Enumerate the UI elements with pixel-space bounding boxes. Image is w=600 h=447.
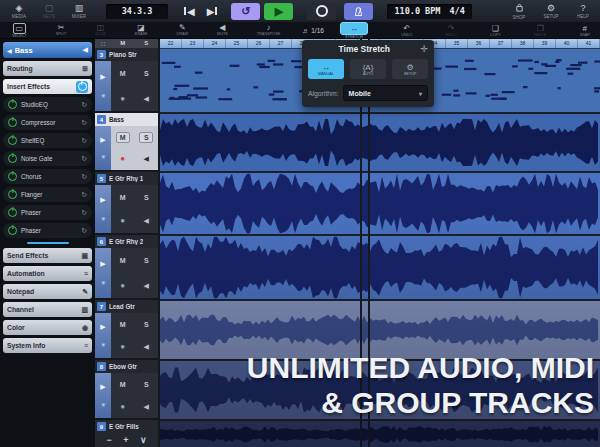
mute-button[interactable]: M xyxy=(116,132,130,143)
effect-settings-icon[interactable]: ↻ xyxy=(81,155,87,163)
mute-button[interactable]: M xyxy=(120,194,126,201)
media-icon[interactable]: ◈ MEDIA xyxy=(8,4,30,19)
global-mute-label[interactable]: M xyxy=(111,40,135,46)
solo-button[interactable]: S xyxy=(144,194,149,201)
quantize-value[interactable]: ♬ 1/16 xyxy=(302,27,324,34)
insert-effect-slot[interactable]: Chorus ↻ xyxy=(3,169,92,184)
effect-settings-icon[interactable]: ↻ xyxy=(81,209,87,217)
erase-tool[interactable]: ◪ ERASE xyxy=(135,23,148,38)
glue-tool[interactable]: ◫ GLUE xyxy=(95,23,105,38)
sidebar-panel-button[interactable]: Color ◉ xyxy=(3,320,92,335)
selected-track-header[interactable]: ◀ Bass ◀ xyxy=(3,42,92,58)
setup-button[interactable]: ⚙ SETUP xyxy=(540,4,562,19)
power-icon[interactable] xyxy=(8,190,17,199)
monitor-button[interactable]: ◀ xyxy=(144,217,149,225)
monitor-button[interactable]: ◀ xyxy=(144,282,149,290)
track-row[interactable]: 6 E Gtr Rhy 2 ▶ ✳ M S ● ◀ xyxy=(95,235,158,300)
effect-settings-icon[interactable]: ↻ xyxy=(81,191,87,199)
track-row[interactable]: 7 Lead Gtr ▶ ✳ M S ● ◀ xyxy=(95,300,158,360)
track-select-strip[interactable]: ▶ ✳ xyxy=(95,373,111,418)
monitor-button[interactable]: ◀ xyxy=(144,403,149,411)
record-arm-button[interactable]: ● xyxy=(120,403,125,411)
record-arm-button[interactable]: ● xyxy=(120,343,125,351)
track-row[interactable]: 5 E Gtr Rhy 1 ▶ ✳ M S ● ◀ xyxy=(95,172,158,235)
track-row[interactable]: 9 E Gtr Fills −+∨ xyxy=(95,420,158,447)
track-name-bar[interactable]: 7 Lead Gtr xyxy=(95,300,158,313)
power-icon[interactable] xyxy=(8,154,17,163)
insert-effects-button[interactable]: Insert Effects xyxy=(3,79,92,94)
track-row[interactable]: 4 Bass ▶ ✳ M S ● ◀ xyxy=(95,113,158,172)
mute-button[interactable]: M xyxy=(120,70,126,77)
power-icon[interactable] xyxy=(8,208,17,217)
mute-button[interactable]: M xyxy=(120,321,126,328)
effect-settings-icon[interactable]: ↻ xyxy=(81,137,87,145)
insert-effect-slot[interactable]: Compressor ↻ xyxy=(3,115,92,130)
metronome-button[interactable] xyxy=(344,3,373,20)
sidebar-panel-button[interactable]: System Info ≡ xyxy=(3,338,92,353)
help-button[interactable]: ? HELP xyxy=(572,4,594,19)
mixer-icon[interactable]: ▥ MIXER xyxy=(68,4,90,19)
song-position-display[interactable]: 34.3.3 xyxy=(106,4,168,19)
audio-region[interactable] xyxy=(160,421,600,447)
track-select-strip[interactable]: ▶ ✳ xyxy=(95,61,111,111)
track-name-bar[interactable]: 4 Bass xyxy=(95,113,158,126)
effect-settings-icon[interactable]: ↻ xyxy=(81,119,87,127)
snap-grid-button[interactable]: # SNAP xyxy=(580,24,590,37)
global-solo-label[interactable]: S xyxy=(135,40,159,46)
transpose-tool[interactable]: ♪ TRANSPOSE xyxy=(257,23,280,38)
track-select-strip[interactable]: ▶ ✳ xyxy=(95,126,111,170)
track-options-icon[interactable]: ∷ xyxy=(95,40,111,47)
effect-settings-icon[interactable]: ↻ xyxy=(81,227,87,235)
play-button[interactable]: ▶ xyxy=(264,3,293,20)
track-name-bar[interactable]: 3 Piano Str xyxy=(95,48,158,61)
audio-region[interactable] xyxy=(160,301,600,359)
skip-to-end-button[interactable]: ▶ xyxy=(207,6,218,17)
split-tool[interactable]: ✂ SPLIT xyxy=(56,23,67,38)
monitor-button[interactable]: ◀ xyxy=(144,343,149,351)
insert-effect-slot[interactable]: Phaser ↻ xyxy=(3,223,92,238)
auto-stretch-button[interactable]: {A} AUTO xyxy=(350,59,386,79)
redo-button[interactable]: ↷ REDO xyxy=(446,24,457,37)
track-name-bar[interactable]: 9 E Gtr Fills xyxy=(95,420,158,433)
track-select-strip[interactable]: ▶ ✳ xyxy=(95,313,111,358)
solo-button[interactable]: S xyxy=(144,70,149,77)
insert-effect-slot[interactable]: Noise Gate ↻ xyxy=(3,151,92,166)
move-crosshair-icon[interactable]: ✛ xyxy=(420,44,428,54)
keys-icon[interactable]: ▢ KEYS xyxy=(38,4,60,19)
mute-button[interactable]: M xyxy=(120,257,126,264)
tempo-display[interactable]: 110.0 BPM 4/4 xyxy=(387,4,471,19)
mute-tool[interactable]: ◀ MUTE xyxy=(217,23,228,38)
track-row[interactable]: 3 Piano Str ▶ ✳ M S ● ◀ xyxy=(95,48,158,113)
effect-settings-icon[interactable]: ↻ xyxy=(81,101,87,109)
solo-button[interactable]: S xyxy=(139,132,153,143)
track-select-strip[interactable]: ▶ ✳ xyxy=(95,185,111,233)
insert-effect-slot[interactable]: Phaser ↻ xyxy=(3,205,92,220)
skip-to-start-button[interactable]: ◀ xyxy=(184,6,195,17)
mute-button[interactable]: M xyxy=(120,381,126,388)
paste-button[interactable]: ❐ PASTE xyxy=(534,24,546,37)
solo-button[interactable]: S xyxy=(144,257,149,264)
collapse-tracks-button[interactable]: ∨ xyxy=(140,436,147,445)
power-icon[interactable] xyxy=(8,100,17,109)
add-track-button[interactable]: + xyxy=(123,436,128,445)
record-arm-button[interactable]: ● xyxy=(120,217,125,225)
sidebar-panel-button[interactable]: Send Effects ▣ xyxy=(3,248,92,263)
track-name-bar[interactable]: 8 Ebow Gtr xyxy=(95,360,158,373)
stretch-tool[interactable]: ↔ STRETCH xyxy=(340,22,368,39)
effect-settings-icon[interactable]: ↻ xyxy=(81,173,87,181)
monitor-button[interactable]: ◀ xyxy=(144,95,149,103)
undo-button[interactable]: ↶ UNDO xyxy=(401,24,412,37)
track-name-bar[interactable]: 5 E Gtr Rhy 1 xyxy=(95,172,158,185)
record-arm-button[interactable]: ● xyxy=(120,95,125,103)
shrink-tracks-button[interactable]: − xyxy=(106,436,111,445)
power-icon[interactable] xyxy=(8,118,17,127)
draw-tool[interactable]: ✎ DRAW xyxy=(177,23,188,38)
stretch-setup-button[interactable]: ⚙ SETUP xyxy=(392,59,428,79)
track-select-strip[interactable]: ▶ ✳ xyxy=(95,248,111,298)
cycle-loop-button[interactable]: ↺ xyxy=(231,3,260,20)
audio-region[interactable] xyxy=(160,173,600,234)
monitor-button[interactable]: ◀ xyxy=(144,155,149,163)
power-icon[interactable] xyxy=(8,226,17,235)
sidebar-panel-button[interactable]: Automation ≈ xyxy=(3,266,92,281)
track-name-bar[interactable]: 6 E Gtr Rhy 2 xyxy=(95,235,158,248)
